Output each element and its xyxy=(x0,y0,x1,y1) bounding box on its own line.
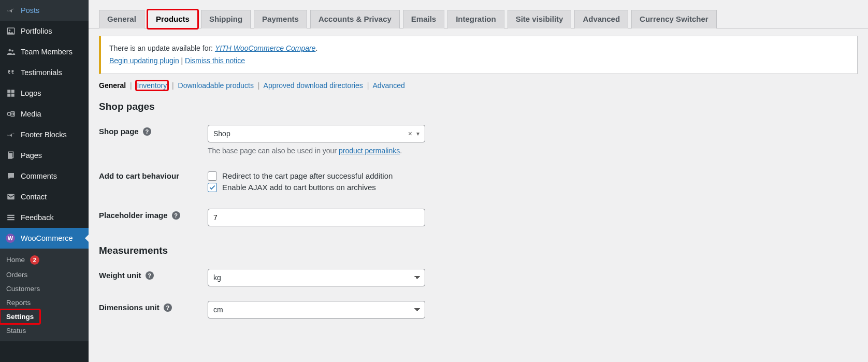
tab-integration[interactable]: Integration xyxy=(447,10,504,28)
begin-updating-link[interactable]: Begin updating plugin xyxy=(109,56,179,65)
subtab-approved-directories[interactable]: Approved download directories xyxy=(264,81,363,90)
submenu-reports[interactable]: Reports xyxy=(0,296,89,310)
dismiss-notice-link[interactable]: Dismiss this notice xyxy=(185,56,245,65)
menu-label: Posts xyxy=(21,6,39,15)
menu-pages[interactable]: Pages xyxy=(0,145,89,166)
subtab-general[interactable]: General xyxy=(99,81,126,90)
svg-point-8 xyxy=(7,112,10,115)
weight-unit-select[interactable]: kg xyxy=(208,269,425,286)
field-label-weight-unit: Weight unit xyxy=(99,271,141,280)
help-icon[interactable]: ? xyxy=(172,211,180,220)
svg-rect-5 xyxy=(11,90,15,93)
tab-currency-switcher[interactable]: Currency Switcher xyxy=(631,10,717,28)
checkbox-ajax[interactable]: Enable AJAX add to cart buttons on archi… xyxy=(208,183,863,192)
notice-plugin-link[interactable]: YITH WooCommerce Compare xyxy=(215,44,316,52)
woocommerce-icon: W xyxy=(5,233,17,244)
menu-feedback[interactable]: Feedback xyxy=(0,207,89,228)
subtab-downloadable[interactable]: Downloadable products xyxy=(178,81,254,90)
clear-icon[interactable]: × xyxy=(408,129,412,138)
submenu-orders[interactable]: Orders xyxy=(0,268,89,282)
tab-advanced[interactable]: Advanced xyxy=(574,10,628,28)
submenu-label: Orders xyxy=(6,271,27,279)
menu-portfolios[interactable]: Portfolios xyxy=(0,21,89,41)
count-badge: 2 xyxy=(30,255,39,265)
submenu-settings[interactable]: Settings xyxy=(0,310,40,324)
menu-media[interactable]: Media xyxy=(0,104,89,124)
list-icon xyxy=(5,212,17,223)
help-icon[interactable]: ? xyxy=(146,271,154,280)
tab-site-visibility[interactable]: Site visibility xyxy=(508,10,572,28)
svg-rect-7 xyxy=(11,94,15,97)
menu-label: WooCommerce xyxy=(21,234,73,242)
settings-main: General Products Shipping Payments Accou… xyxy=(89,0,868,362)
submenu-label: Home xyxy=(6,256,25,264)
menu-label: Pages xyxy=(21,151,42,160)
field-label-dimensions-unit: Dimensions unit xyxy=(99,303,160,312)
chevron-down-icon[interactable]: ▾ xyxy=(416,130,419,137)
menu-comments[interactable]: Comments xyxy=(0,166,89,186)
menu-label: Testimonials xyxy=(21,68,62,77)
submenu-home[interactable]: Home 2 xyxy=(0,252,89,268)
checkbox-icon xyxy=(208,183,217,192)
settings-tab-bar: General Products Shipping Payments Accou… xyxy=(89,0,868,28)
notice-text: There is an update available for: xyxy=(109,44,215,52)
tab-accounts-privacy[interactable]: Accounts & Privacy xyxy=(310,10,400,28)
shop-pages-table: Shop page ? Shop × ▾ The base page can a… xyxy=(89,118,868,234)
help-icon[interactable]: ? xyxy=(143,127,151,136)
checkbox-label: Enable AJAX add to cart buttons on archi… xyxy=(222,183,376,192)
svg-rect-6 xyxy=(7,94,10,97)
menu-label: Comments xyxy=(21,172,57,180)
subtab-inventory[interactable]: Inventory xyxy=(136,81,168,90)
product-permalinks-link[interactable]: product permalinks xyxy=(339,147,400,155)
submenu-customers[interactable]: Customers xyxy=(0,282,89,296)
checkbox-redirect[interactable]: Redirect to the cart page after successf… xyxy=(208,171,863,181)
checkbox-label: Redirect to the cart page after successf… xyxy=(222,171,393,180)
shop-page-select[interactable]: Shop × ▾ xyxy=(208,125,425,142)
svg-rect-15 xyxy=(7,219,15,220)
menu-label: Portfolios xyxy=(21,27,52,35)
menu-posts[interactable]: Posts xyxy=(0,0,89,21)
dimensions-unit-select[interactable]: cm xyxy=(208,301,425,318)
product-subtabs: General | Inventory | Downloadable produ… xyxy=(99,81,868,90)
svg-rect-4 xyxy=(7,90,10,93)
field-label-add-to-cart: Add to cart behaviour xyxy=(99,171,179,180)
pin-icon xyxy=(5,5,17,16)
tab-general[interactable]: General xyxy=(99,10,144,28)
svg-rect-14 xyxy=(7,217,15,218)
subtab-advanced[interactable]: Advanced xyxy=(372,81,404,90)
placeholder-image-input[interactable] xyxy=(208,209,425,226)
pin-icon xyxy=(5,129,17,140)
help-icon[interactable]: ? xyxy=(164,303,172,312)
menu-team-members[interactable]: Team Members xyxy=(0,41,89,62)
section-measurements: Measurements xyxy=(99,245,868,256)
quote-icon xyxy=(5,67,17,78)
menu-woocommerce[interactable]: W WooCommerce xyxy=(0,228,89,249)
svg-point-3 xyxy=(11,50,13,52)
tab-shipping[interactable]: Shipping xyxy=(201,10,251,28)
submenu-status[interactable]: Status xyxy=(0,324,89,338)
tab-payments[interactable]: Payments xyxy=(254,10,307,28)
measurements-table: Weight unit ? kg Dimensions unit ? cm xyxy=(89,262,868,318)
pages-icon xyxy=(5,150,17,161)
tab-products[interactable]: Products xyxy=(148,10,198,28)
svg-rect-11 xyxy=(8,153,12,159)
svg-point-1 xyxy=(9,30,10,31)
submenu-label: Status xyxy=(6,327,26,335)
submenu-label: Settings xyxy=(6,313,34,321)
menu-label: Footer Blocks xyxy=(21,131,67,139)
menu-label: Contact xyxy=(21,193,47,201)
shop-page-desc: The base page can also be used in your p… xyxy=(208,147,863,155)
submenu-label: Customers xyxy=(6,285,40,293)
menu-testimonials[interactable]: Testimonials xyxy=(0,62,89,83)
users-icon xyxy=(5,46,17,57)
field-label-placeholder: Placeholder image xyxy=(99,211,168,220)
menu-logos[interactable]: Logos xyxy=(0,83,89,104)
image-icon xyxy=(5,25,17,37)
menu-contact[interactable]: Contact xyxy=(0,186,89,207)
submenu-label: Reports xyxy=(6,299,31,307)
comment-icon xyxy=(5,170,17,182)
update-notice: There is an update available for: YITH W… xyxy=(99,36,858,74)
tab-emails[interactable]: Emails xyxy=(403,10,444,28)
select-value: Shop xyxy=(213,129,230,138)
menu-footer-blocks[interactable]: Footer Blocks xyxy=(0,124,89,145)
